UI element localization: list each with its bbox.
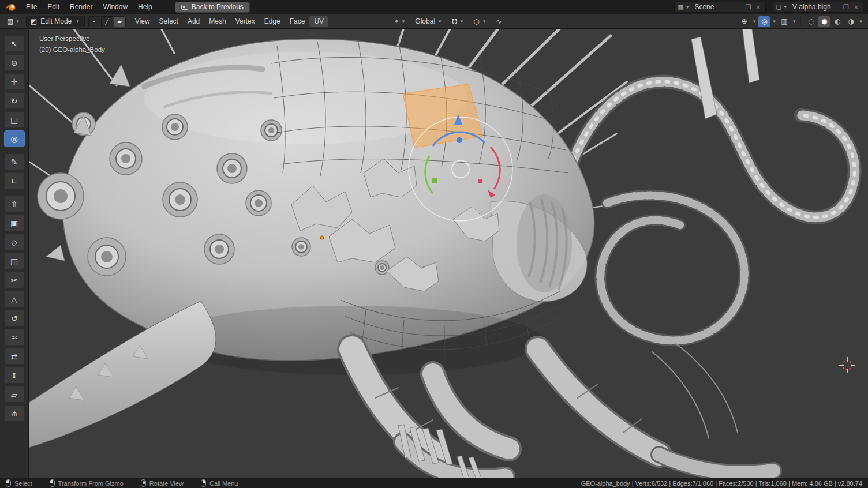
- menu-face[interactable]: Face: [285, 16, 310, 27]
- menu-add[interactable]: Add: [183, 16, 204, 27]
- transform-options: ⌖ ▾ Global ▾ Ω ▾ ○ ▾ ∿: [392, 16, 504, 27]
- selected-face[interactable]: [403, 84, 482, 148]
- face-select-button[interactable]: ▰: [114, 16, 126, 27]
- tool-transform[interactable]: ◎: [4, 130, 25, 147]
- hint-call-menu: Call Menu: [201, 479, 238, 487]
- proportional-editing-icon: ○: [473, 17, 479, 25]
- screen-icon: [181, 5, 188, 10]
- topbar-menus: File Edit Render Window Help: [21, 2, 158, 12]
- cursor-3d: [839, 357, 855, 373]
- new-scene-button[interactable]: ❐: [743, 3, 753, 11]
- editor-type-icon: ▧: [7, 17, 13, 25]
- mode-label: Edit Mode: [40, 17, 72, 25]
- tool-loop-cut[interactable]: ◫: [4, 253, 25, 269]
- chevron-down-icon[interactable]: ▾: [783, 4, 788, 10]
- back-to-previous-button[interactable]: Back to Previous: [175, 2, 250, 13]
- menu-render[interactable]: Render: [65, 2, 98, 12]
- tool-rip-region[interactable]: ⋔: [4, 405, 25, 422]
- scene-icon[interactable]: ▦: [676, 3, 684, 11]
- viewport-3d[interactable]: User Perspective (20) GEO-alpha_Body: [29, 29, 868, 478]
- overlays-toggle-icon[interactable]: ◎: [758, 16, 770, 27]
- creature-render: [29, 29, 868, 478]
- view-layer-name[interactable]: V-alpha.high: [788, 3, 841, 11]
- pivot-point-icon: ⌖: [395, 17, 399, 25]
- status-bar: Select Transform From Gizmo Rotate View …: [0, 478, 868, 488]
- tool-inset-faces[interactable]: ▣: [4, 215, 25, 231]
- proportional-editing-dropdown[interactable]: ○ ▾: [470, 16, 489, 27]
- tool-rotate[interactable]: ↻: [4, 92, 25, 109]
- mouse-drag-icon: [50, 479, 55, 487]
- menu-select[interactable]: Select: [155, 16, 183, 27]
- back-to-previous-label: Back to Previous: [192, 3, 244, 11]
- mouse-right-icon: [201, 479, 206, 487]
- menu-vertex[interactable]: Vertex: [231, 16, 260, 27]
- hint-select: Select: [6, 479, 32, 487]
- tool-cursor[interactable]: ⊕: [4, 54, 25, 71]
- view-layer-icon[interactable]: ❏: [775, 3, 783, 11]
- chevron-down-icon: ▾: [437, 18, 443, 24]
- vertex-select-button[interactable]: ∙: [88, 16, 100, 27]
- close-view-layer-button[interactable]: ×: [851, 3, 861, 11]
- tool-bevel[interactable]: ◇: [4, 234, 25, 250]
- viewport-header: ▧ ▾ ◩ Edit Mode ▾ ∙ ╱ ▰ View Select Add …: [0, 14, 868, 29]
- tool-knife[interactable]: ✂: [4, 272, 25, 288]
- shading-wireframe-icon[interactable]: ◌: [805, 16, 817, 27]
- select-mode-group: ∙ ╱ ▰: [88, 16, 126, 27]
- tool-select-box[interactable]: ↖: [4, 35, 25, 52]
- tool-scale[interactable]: ◱: [4, 111, 25, 128]
- chevron-down-icon: ▾: [792, 18, 797, 24]
- tool-poly-build[interactable]: △: [4, 291, 25, 307]
- menu-edit[interactable]: Edit: [42, 2, 65, 12]
- shading-solid-icon[interactable]: ●: [818, 16, 830, 27]
- tool-smooth[interactable]: ≈: [4, 329, 25, 346]
- mode-dropdown[interactable]: ◩ Edit Mode ▾: [26, 16, 85, 27]
- chevron-down-icon: ▾: [75, 18, 80, 24]
- editor-type-button[interactable]: ▧ ▾: [5, 16, 23, 27]
- tool-edge-slide[interactable]: ⇄: [4, 348, 25, 365]
- tool-shear[interactable]: ▱: [4, 386, 25, 403]
- back-left-leg: [29, 301, 216, 448]
- tool-shrink-fatten[interactable]: ⇕: [4, 367, 25, 384]
- edge-select-button[interactable]: ╱: [101, 16, 113, 27]
- menu-view[interactable]: View: [130, 16, 155, 27]
- hint-rotate-view: Rotate View: [141, 479, 184, 487]
- chevron-down-icon: ▾: [401, 18, 406, 24]
- falloff-icon[interactable]: ∿: [493, 16, 504, 27]
- close-scene-button[interactable]: ×: [753, 3, 763, 11]
- tool-annotate[interactable]: ✎: [4, 153, 25, 170]
- xray-toggle-icon[interactable]: ▥: [779, 16, 790, 27]
- keymap-hints: Select Transform From Gizmo Rotate View …: [6, 479, 238, 487]
- shading-material-icon[interactable]: ◐: [832, 16, 843, 27]
- hint-label: Transform From Gizmo: [58, 480, 124, 487]
- hint-transform-gizmo: Transform From Gizmo: [50, 479, 124, 487]
- snap-magnet-icon: Ω: [452, 17, 457, 25]
- mouse-left-icon: [6, 479, 11, 487]
- chevron-down-icon: ▾: [752, 18, 757, 24]
- menu-mesh[interactable]: Mesh: [204, 16, 230, 27]
- new-view-layer-button[interactable]: ❐: [841, 3, 851, 11]
- snap-dropdown[interactable]: Ω ▾: [449, 16, 467, 27]
- viewport-display-options: ⊕ ▾ ◎ ▾ ▥ ▾ ◌ ● ◐ ◑ ▾: [739, 16, 863, 27]
- chevron-down-icon[interactable]: ▾: [685, 4, 690, 10]
- menu-window[interactable]: Window: [98, 2, 133, 12]
- separator: [800, 17, 801, 26]
- menu-edge[interactable]: Edge: [260, 16, 285, 27]
- orientation-dropdown[interactable]: Global ▾: [412, 16, 445, 27]
- blender-window: File Edit Render Window Help Back to Pre…: [0, 0, 868, 488]
- tool-shelf: ↖ ⊕ ✛ ↻ ◱ ◎ ✎ ∟ ⇧ ▣ ◇ ◫ ✂ △ ↺ ≈ ⇄ ⇕ ▱ ⋔: [0, 29, 29, 478]
- menu-uv[interactable]: UV: [309, 16, 328, 27]
- shading-rendered-icon[interactable]: ◑: [845, 16, 856, 27]
- blender-logo-icon[interactable]: [5, 2, 17, 12]
- scene-name[interactable]: Scene: [690, 3, 743, 11]
- chevron-down-icon: ▾: [482, 18, 487, 24]
- pivot-point-dropdown[interactable]: ⌖ ▾: [392, 16, 409, 27]
- menu-file[interactable]: File: [21, 2, 42, 12]
- tool-extrude-region[interactable]: ⇧: [4, 196, 25, 212]
- tool-move[interactable]: ✛: [4, 73, 25, 90]
- menu-help[interactable]: Help: [133, 2, 158, 12]
- tool-spin[interactable]: ↺: [4, 310, 25, 326]
- show-gizmo-icon[interactable]: ⊕: [739, 16, 750, 27]
- chevron-down-icon: ▾: [459, 18, 465, 24]
- tool-measure[interactable]: ∟: [4, 172, 25, 189]
- object-origin: [320, 236, 324, 239]
